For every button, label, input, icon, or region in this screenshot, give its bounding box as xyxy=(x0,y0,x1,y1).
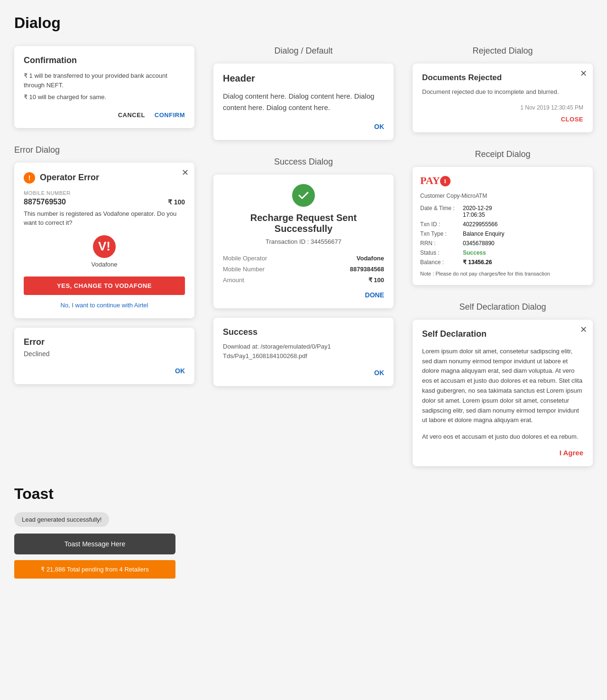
vodafone-logo-icon: V! xyxy=(93,235,116,258)
success-download-title: Success xyxy=(223,327,384,337)
toast-section: Toast Lead generated successfully! Toast… xyxy=(14,485,593,579)
confirmation-line1: ₹ 1 will be transferred to your provided… xyxy=(24,71,185,90)
default-dialog-actions: OK xyxy=(223,123,384,130)
self-decl-section-wrapper: Self Declaration Dialog ✕ Self Declarati… xyxy=(413,302,593,466)
success-download-ok-button[interactable]: OK xyxy=(374,369,384,377)
success-icon xyxy=(292,184,315,207)
default-section-label: Dialog / Default xyxy=(213,46,394,56)
self-decl-close-button[interactable]: ✕ xyxy=(580,325,587,334)
error-amount: ₹ 100 xyxy=(168,198,185,206)
receipt-dialog: PAY1 Customer Copy-MicroATM Date & Time … xyxy=(413,167,593,285)
receipt-row-3: RRN : 0345678890 xyxy=(420,240,585,247)
column-2: Dialog / Default Header Dialog content h… xyxy=(213,46,394,386)
error-simple-message: Declined xyxy=(24,350,185,358)
page-title: Dialog xyxy=(14,14,593,32)
default-ok-button[interactable]: OK xyxy=(374,123,384,130)
error-section-label: Error Dialog xyxy=(14,145,194,155)
self-decl-section-label: Self Declaration Dialog xyxy=(413,302,593,312)
success-download-dialog: Success Download at: /storage/emulated/0… xyxy=(213,318,394,386)
receipt-label-3: RRN : xyxy=(420,240,463,247)
receipt-value-0: 2020-12-2917:06:35 xyxy=(463,205,492,218)
mobile-amount-row: 8875769530 ₹ 100 xyxy=(24,198,185,206)
payone-logo-text: PAY1 xyxy=(420,175,451,186)
receipt-label-1: Txn ID : xyxy=(420,221,463,228)
column-3: Rejected Dialog ✕ Documents Rejected Doc… xyxy=(413,46,593,466)
receipt-value-1: 40229955566 xyxy=(463,221,497,228)
receipt-value-5: ₹ 13456.26 xyxy=(463,259,492,266)
error-operator-dialog: ✕ ! Operator Error MOBILE NUMBER 8875769… xyxy=(14,163,194,318)
self-decl-para1: Lorem ipsum dolor sit amet, consetetur s… xyxy=(422,347,583,425)
detail-row-0: Mobile Operator Vodafone xyxy=(223,255,384,262)
receipt-value-2: Balance Enquiry xyxy=(463,230,504,237)
txn-label: Transaction ID : xyxy=(266,238,311,245)
svg-text:V!: V! xyxy=(98,239,110,253)
self-decl-title: Self Declaration xyxy=(422,329,583,339)
detail-label-0: Mobile Operator xyxy=(223,255,267,262)
confirm-button[interactable]: CONFIRM xyxy=(155,111,185,119)
error-simple-ok-button[interactable]: OK xyxy=(175,367,185,375)
confirmation-actions: CANCEL CONFIRM xyxy=(24,111,185,119)
error-operator-title: Operator Error xyxy=(40,173,99,183)
rejected-dialog: ✕ Documents Rejected Document rejected d… xyxy=(413,64,593,132)
error-simple-dialog: Error Declined OK xyxy=(14,328,194,384)
detail-value-1: 8879384568 xyxy=(350,266,384,273)
mobile-label: MOBILE NUMBER xyxy=(24,190,185,196)
receipt-row-1: Txn ID : 40229955566 xyxy=(420,221,585,228)
change-to-vodafone-button[interactable]: YES, CHANGE TO VODAFONE xyxy=(24,276,185,295)
receipt-note: Note : Please do not pay charges/fee for… xyxy=(420,270,585,277)
receipt-label-0: Date & Time : xyxy=(420,205,463,218)
success-download-message: Download at: /storage/emulated/0/Pay1 Td… xyxy=(223,342,384,360)
success-done-button[interactable]: DONE xyxy=(365,291,384,299)
error-simple-title: Error xyxy=(24,337,185,347)
rejected-close-btn[interactable]: CLOSE xyxy=(561,116,583,123)
i-agree-button[interactable]: I Agree xyxy=(560,449,583,457)
rejected-section-label-wrap: Rejected Dialog xyxy=(413,46,593,56)
detail-value-0: Vodafone xyxy=(357,255,384,262)
success-dialog-title: Recharge Request Sent Successfully xyxy=(223,212,384,234)
success-section-wrapper: Success Dialog Recharge Request Sent Suc… xyxy=(213,157,394,386)
error-icon: ! xyxy=(24,172,35,184)
vodafone-name: Vodafone xyxy=(92,261,118,268)
toast-title: Toast xyxy=(14,485,593,503)
confirmation-dialog: Confirmation ₹ 1 will be transferred to … xyxy=(14,46,194,128)
receipt-section-wrapper: Receipt Dialog PAY1 Customer Copy-MicroA… xyxy=(413,149,593,285)
vodafone-logo-wrap: V! Vodafone xyxy=(24,235,185,268)
default-dialog-content: Dialog content here. Dialog content here… xyxy=(223,91,384,113)
error-simple-actions: OK xyxy=(24,367,185,375)
receipt-label-2: Txn Type : xyxy=(420,230,463,237)
rejected-timestamp: 1 Nov 2019 12:30:45 PM xyxy=(422,104,583,111)
toast-dark: Toast Message Here xyxy=(14,534,175,554)
detail-row-2: Amount ₹ 100 xyxy=(223,276,384,284)
receipt-section-label: Receipt Dialog xyxy=(413,149,593,159)
self-decl-para2: At vero eos et accusam et justo duo dolo… xyxy=(422,432,583,442)
continue-airtel-button[interactable]: No, I want to continue with Airtel xyxy=(24,302,185,309)
self-declaration-dialog: ✕ Self Declaration Lorem ipsum dolor sit… xyxy=(413,320,593,466)
toast-orange: ₹ 21,886 Total pending from 4 Retailers xyxy=(14,560,175,579)
default-dialog-header: Header xyxy=(223,73,384,84)
mobile-number: 8875769530 xyxy=(24,198,66,206)
confirmation-line2: ₹ 10 will be charged for same. xyxy=(24,92,185,102)
detail-label-2: Amount xyxy=(223,276,244,284)
receipt-label-4: Status : xyxy=(420,249,463,256)
cancel-button[interactable]: CANCEL xyxy=(118,111,145,119)
rejected-actions: CLOSE xyxy=(422,116,583,123)
success-download-actions: OK xyxy=(223,369,384,377)
main-grid: Confirmation ₹ 1 will be transferred to … xyxy=(14,46,593,466)
error-operator-close-button[interactable]: ✕ xyxy=(182,168,189,177)
self-decl-actions: I Agree xyxy=(422,449,583,457)
default-section-label-wrap: Dialog / Default xyxy=(213,46,394,56)
column-1: Confirmation ₹ 1 will be transferred to … xyxy=(14,46,194,384)
detail-value-2: ₹ 100 xyxy=(368,276,384,284)
detail-row-1: Mobile Number 8879384568 xyxy=(223,266,384,273)
receipt-row-0: Date & Time : 2020-12-2917:06:35 xyxy=(420,205,585,218)
error-description: This number is registered as Vodafone op… xyxy=(24,209,185,228)
confirmation-title: Confirmation xyxy=(24,55,185,65)
rejected-close-button[interactable]: ✕ xyxy=(580,69,587,78)
success-dialog: Recharge Request Sent Successfully Trans… xyxy=(213,175,394,308)
error-operator-header: ! Operator Error xyxy=(24,172,185,184)
receipt-label-5: Balance : xyxy=(420,259,463,266)
detail-label-1: Mobile Number xyxy=(223,266,265,273)
receipt-row-4: Status : Success xyxy=(420,249,585,256)
error-section-wrapper: Error Dialog ✕ ! Operator Error MOBILE N… xyxy=(14,145,194,384)
rejected-section-label: Rejected Dialog xyxy=(413,46,593,56)
